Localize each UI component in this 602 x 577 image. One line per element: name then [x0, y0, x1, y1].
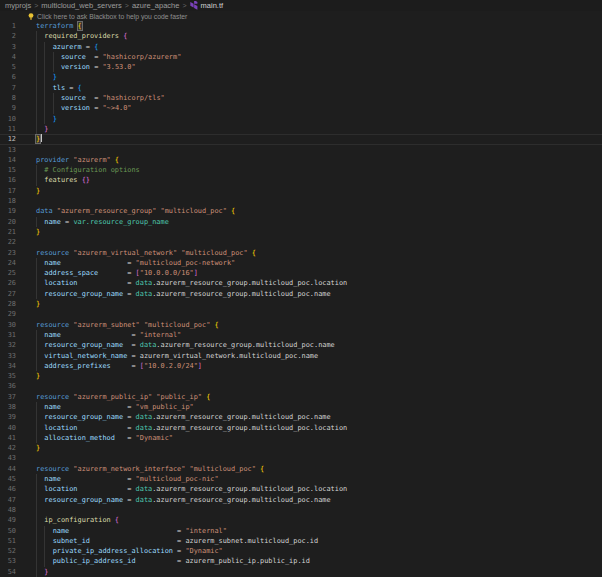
line-number[interactable]: 17 [0, 186, 16, 196]
code-line[interactable]: 21} [0, 227, 602, 237]
line-number[interactable]: 9 [0, 103, 16, 113]
code-line[interactable]: 47 resource_group_name = data.azurerm_re… [0, 495, 602, 505]
code-line[interactable]: 20 name = var.resource_group_name [0, 217, 602, 227]
line-number[interactable]: 4 [0, 52, 16, 62]
code-line[interactable]: 50 name = "internal" [0, 526, 602, 536]
code-line[interactable]: 12} [0, 134, 602, 144]
breadcrumb-item-azure_apache[interactable]: azure_apache [132, 1, 180, 10]
code-line[interactable]: 8 source = "hashicorp/tls" [0, 93, 602, 103]
code-line[interactable]: 27 resource_group_name = data.azurerm_re… [0, 289, 602, 299]
code-line[interactable]: 25 address_space = ["10.0.0.0/16"] [0, 268, 602, 278]
line-number[interactable]: 14 [0, 155, 16, 165]
code-line[interactable]: 43 [0, 453, 602, 463]
code-line[interactable]: 24 name = "multicloud_poc-network" [0, 258, 602, 268]
line-number[interactable]: 15 [0, 165, 16, 175]
code-line[interactable]: 46 location = data.azurerm_resource_grou… [0, 484, 602, 494]
line-number[interactable]: 35 [0, 371, 16, 381]
code-line[interactable]: 18 [0, 196, 602, 206]
line-number[interactable]: 41 [0, 433, 16, 443]
code-line[interactable]: 54 } [0, 567, 602, 577]
code-line[interactable]: 13 [0, 145, 602, 155]
code-line[interactable]: 11 } [0, 124, 602, 134]
line-number[interactable]: 23 [0, 248, 16, 258]
code-line[interactable]: 31 name = "internal" [0, 330, 602, 340]
code-line[interactable]: 2 required_providers { [0, 31, 602, 41]
code-line[interactable]: 52 private_ip_address_allocation = "Dyna… [0, 546, 602, 556]
line-number[interactable]: 22 [0, 237, 16, 247]
line-number[interactable]: 5 [0, 62, 16, 72]
line-number[interactable]: 46 [0, 484, 16, 494]
code-line[interactable]: 6 } [0, 72, 602, 82]
line-number[interactable]: 28 [0, 299, 16, 309]
code-line[interactable]: 41 allocation_method = "Dynamic" [0, 433, 602, 443]
code-line[interactable]: 3 azurerm = { [0, 42, 602, 52]
line-number[interactable]: 31 [0, 330, 16, 340]
code-line[interactable]: 28} [0, 299, 602, 309]
code-line[interactable]: 30resource "azurerm_subnet" "multicloud_… [0, 320, 602, 330]
code-line[interactable]: 22 [0, 237, 602, 247]
code-line[interactable]: 49 ip_configuration { [0, 515, 602, 525]
code-line[interactable]: 7 tls = { [0, 83, 602, 93]
line-number[interactable]: 43 [0, 453, 16, 463]
line-number[interactable]: 12 [0, 134, 16, 144]
code-line[interactable]: 39 resource_group_name = data.azurerm_re… [0, 412, 602, 422]
line-number[interactable]: 30 [0, 320, 16, 330]
line-number[interactable]: 18 [0, 196, 16, 206]
blackbox-codelens[interactable]: Click here to ask Blackbox to help you c… [0, 11, 602, 21]
code-line[interactable]: 5 version = "3.53.0" [0, 62, 602, 72]
line-number[interactable]: 52 [0, 546, 16, 556]
code-line[interactable]: 35} [0, 371, 602, 381]
code-line[interactable]: 23resource "azurerm_virtual_network" "mu… [0, 248, 602, 258]
line-number[interactable]: 27 [0, 289, 16, 299]
line-number[interactable]: 48 [0, 505, 16, 515]
line-number[interactable]: 16 [0, 175, 16, 185]
line-number[interactable]: 44 [0, 464, 16, 474]
code-line[interactable]: 42} [0, 443, 602, 453]
line-number[interactable]: 19 [0, 206, 16, 216]
line-number[interactable]: 25 [0, 268, 16, 278]
codelens-label[interactable]: Click here to ask Blackbox to help you c… [37, 13, 187, 20]
line-number[interactable]: 34 [0, 361, 16, 371]
line-number[interactable]: 24 [0, 258, 16, 268]
code-line[interactable]: 9 version = "~>4.0" [0, 103, 602, 113]
code-line[interactable]: 48 [0, 505, 602, 515]
line-number[interactable]: 33 [0, 351, 16, 361]
line-number[interactable]: 36 [0, 381, 16, 391]
code-line[interactable]: 16 features {} [0, 175, 602, 185]
code-line[interactable]: 26 location = data.azurerm_resource_grou… [0, 278, 602, 288]
line-number[interactable]: 51 [0, 536, 16, 546]
line-number[interactable]: 8 [0, 93, 16, 103]
code-line[interactable]: 40 location = data.azurerm_resource_grou… [0, 423, 602, 433]
line-number[interactable]: 2 [0, 31, 16, 41]
line-number[interactable]: 40 [0, 423, 16, 433]
code-line[interactable]: 36 [0, 381, 602, 391]
line-number[interactable]: 26 [0, 278, 16, 288]
code-line[interactable]: 51 subnet_id = azurerm_subnet.multicloud… [0, 536, 602, 546]
code-line[interactable]: 53 public_ip_address_id = azurerm_public… [0, 556, 602, 566]
line-number[interactable]: 3 [0, 42, 16, 52]
code-line[interactable]: 1terraform { [0, 21, 602, 31]
line-number[interactable]: 32 [0, 340, 16, 350]
code-line[interactable]: 44resource "azurerm_network_interface" "… [0, 464, 602, 474]
line-number[interactable]: 20 [0, 217, 16, 227]
code-line[interactable]: 38 name = "vm_public_ip" [0, 402, 602, 412]
line-number[interactable]: 10 [0, 114, 16, 124]
line-number[interactable]: 54 [0, 567, 16, 577]
breadcrumb-item-myprojs[interactable]: myprojs [5, 1, 31, 10]
line-number[interactable]: 6 [0, 72, 16, 82]
code-line[interactable]: 45 name = "multicloud_poc-nic" [0, 474, 602, 484]
code-line[interactable]: 10 } [0, 114, 602, 124]
code-line[interactable]: 34 address_prefixes = ["10.0.2.0/24"] [0, 361, 602, 371]
line-number[interactable]: 50 [0, 526, 16, 536]
code-line[interactable]: 33 virtual_network_name = azurerm_virtua… [0, 351, 602, 361]
line-number[interactable]: 42 [0, 443, 16, 453]
line-number[interactable]: 53 [0, 556, 16, 566]
line-number[interactable]: 39 [0, 412, 16, 422]
line-number[interactable]: 21 [0, 227, 16, 237]
code-line[interactable]: 19data "azurerm_resource_group" "multicl… [0, 206, 602, 216]
line-number[interactable]: 13 [0, 145, 16, 155]
code-editor[interactable]: 1terraform {2 required_providers {3 azur… [0, 21, 602, 577]
line-number[interactable]: 1 [0, 21, 16, 31]
code-line[interactable]: 37resource "azurerm_public_ip" "public_i… [0, 392, 602, 402]
code-line[interactable]: 14provider "azurerm" { [0, 155, 602, 165]
